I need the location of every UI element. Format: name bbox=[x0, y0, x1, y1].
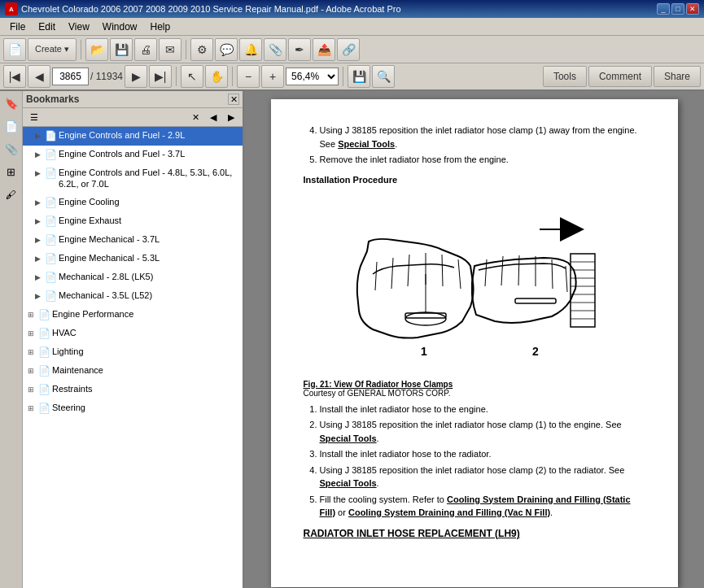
menu-file[interactable]: File bbox=[3, 20, 32, 34]
stamps-strip-icon[interactable]: 🖋 bbox=[2, 185, 20, 203]
bookmark-hvac[interactable]: ⊞ 📄 HVAC bbox=[23, 324, 243, 343]
expand-icon-perf[interactable]: ⊞ bbox=[26, 307, 36, 322]
nav-sep-3 bbox=[343, 67, 343, 86]
bookmark-label-29: Engine Controls and Fuel - 2.9L bbox=[59, 128, 239, 142]
share2-button[interactable]: 🔗 bbox=[337, 38, 360, 61]
email-button[interactable]: ✉ bbox=[159, 38, 181, 61]
expand-icon-mech28[interactable]: ▶ bbox=[33, 270, 42, 285]
expand-icon-steering[interactable]: ⊞ bbox=[26, 401, 36, 416]
bookmark-mech-28[interactable]: ▶ 📄 Mechanical - 2.8L (LK5) bbox=[23, 268, 243, 287]
prev-page-button[interactable]: ◀ bbox=[28, 65, 50, 88]
share-button[interactable]: Share bbox=[654, 66, 701, 87]
last-page-button[interactable]: ▶| bbox=[149, 65, 172, 88]
window-controls[interactable]: _ □ ✕ bbox=[657, 3, 699, 15]
sign-button[interactable]: ✒ bbox=[288, 38, 311, 61]
bookmark-engine-controls-37[interactable]: ▶ 📄 Engine Controls and Fuel - 3.7L bbox=[23, 146, 243, 164]
save2-button[interactable]: 💾 bbox=[348, 65, 370, 88]
special-tools-link-3[interactable]: Special Tools bbox=[320, 478, 377, 488]
bookmark-engine-mech-37[interactable]: ▶ 📄 Engine Mechanical - 3.7L bbox=[23, 231, 243, 250]
bookmark-maintenance[interactable]: ⊞ 📄 Maintenance bbox=[23, 362, 243, 381]
bookmarks-close-button[interactable]: ✕ bbox=[228, 94, 239, 105]
maximize-button[interactable]: □ bbox=[671, 3, 684, 15]
menu-window[interactable]: Window bbox=[96, 20, 144, 34]
first-page-button[interactable]: |◀ bbox=[3, 65, 26, 88]
bookmarks-strip-icon[interactable]: 🔖 bbox=[2, 94, 20, 112]
bookmark-engine-performance[interactable]: ⊞ 📄 Engine Performance bbox=[23, 306, 243, 324]
bookmark-label-37: Engine Controls and Fuel - 3.7L bbox=[59, 147, 239, 160]
bookmarks-title: Bookmarks bbox=[26, 94, 79, 105]
comment-panel-button[interactable]: Comment bbox=[588, 66, 652, 87]
close-button[interactable]: ✕ bbox=[686, 3, 699, 15]
bookmark-engine-controls-48[interactable]: ▶ 📄 Engine Controls and Fuel - 4.8L, 5.3… bbox=[23, 164, 243, 194]
bookmark-icon-mech35: 📄 bbox=[45, 290, 57, 302]
export-button[interactable]: 📤 bbox=[313, 38, 335, 61]
bookmark-steering[interactable]: ⊞ 📄 Steering bbox=[23, 399, 243, 418]
bookmark-icon-48: 📄 bbox=[45, 168, 57, 179]
settings-button[interactable]: ⚙ bbox=[190, 38, 213, 61]
new-button[interactable]: 📄 bbox=[3, 38, 26, 61]
expand-icon-maintenance[interactable]: ⊞ bbox=[26, 364, 36, 378]
bookmark-mech-35[interactable]: ▶ 📄 Mechanical - 3.5L (L52) bbox=[23, 287, 243, 306]
expand-icon-exhaust[interactable]: ▶ bbox=[33, 214, 42, 229]
bm-collapse-button[interactable]: ✕ bbox=[187, 110, 203, 124]
attach-button[interactable]: 📎 bbox=[264, 38, 286, 61]
menu-help[interactable]: Help bbox=[144, 20, 177, 34]
bookmarks-list[interactable]: ▶ 📄 Engine Controls and Fuel - 2.9L ▶ 📄 … bbox=[23, 127, 243, 588]
expand-icon-37[interactable]: ▶ bbox=[33, 147, 42, 162]
select-tool-button[interactable]: ↖ bbox=[181, 65, 203, 88]
bm-prev-button[interactable]: ◀ bbox=[205, 110, 221, 124]
bookmark-icon-exhaust: 📄 bbox=[45, 216, 57, 227]
bookmark-restraints[interactable]: ⊞ 📄 Restraints bbox=[23, 381, 243, 399]
hand-tool-button[interactable]: ✋ bbox=[205, 65, 228, 88]
search-button[interactable]: 🔍 bbox=[372, 65, 395, 88]
tools-button[interactable]: Tools bbox=[543, 66, 587, 87]
menu-edit[interactable]: Edit bbox=[32, 20, 62, 34]
layers-strip-icon[interactable]: ⊞ bbox=[2, 163, 20, 181]
bookmark-engine-exhaust[interactable]: ▶ 📄 Engine Exhaust bbox=[23, 212, 243, 231]
review-button[interactable]: 🔔 bbox=[239, 38, 262, 61]
save-button[interactable]: 💾 bbox=[110, 38, 133, 61]
expand-icon-restraints[interactable]: ⊞ bbox=[26, 382, 36, 397]
pdf-content-area[interactable]: Using J 38185 reposition the inlet radia… bbox=[244, 91, 704, 588]
expand-icon-29[interactable]: ▶ bbox=[33, 128, 42, 143]
open-button[interactable]: 📂 bbox=[85, 38, 108, 61]
comment-button[interactable]: 💬 bbox=[215, 38, 238, 61]
create-dropdown[interactable]: Create ▾ bbox=[28, 38, 77, 61]
attachments-strip-icon[interactable]: 📎 bbox=[2, 140, 20, 158]
zoom-out-button[interactable]: − bbox=[237, 65, 260, 88]
svg-rect-0 bbox=[344, 193, 605, 372]
bookmark-icon-cooling: 📄 bbox=[45, 197, 57, 208]
expand-icon-lighting[interactable]: ⊞ bbox=[26, 345, 36, 359]
nav-toolbar: |◀ ◀ / 11934 ▶ ▶| ↖ ✋ − + 56,4% 💾 🔍 Tool… bbox=[0, 63, 704, 91]
bm-menu-button[interactable]: ☰ bbox=[26, 110, 42, 124]
pre-install-steps: Using J 38185 reposition the inlet radia… bbox=[304, 124, 645, 167]
vac-fill-link[interactable]: Cooling System Draining and Filling (Vac… bbox=[348, 507, 550, 517]
bookmark-lighting[interactable]: ⊞ 📄 Lighting bbox=[23, 343, 243, 362]
pages-strip-icon[interactable]: 📄 bbox=[2, 117, 20, 135]
zoom-select[interactable]: 56,4% bbox=[286, 68, 339, 85]
menu-bar: File Edit View Window Help bbox=[0, 18, 704, 36]
special-tools-link-1[interactable]: Special Tools bbox=[338, 139, 395, 149]
expand-icon-mech35[interactable]: ▶ bbox=[33, 289, 42, 303]
svg-text:2: 2 bbox=[532, 345, 539, 358]
bookmark-engine-mech-53[interactable]: ▶ 📄 Engine Mechanical - 5.3L bbox=[23, 250, 243, 268]
zoom-in-button[interactable]: + bbox=[261, 65, 284, 88]
bookmark-engine-cooling[interactable]: ▶ 📄 Engine Cooling bbox=[23, 194, 243, 212]
expand-icon-hvac[interactable]: ⊞ bbox=[26, 326, 36, 341]
expand-icon-mech37[interactable]: ▶ bbox=[33, 233, 42, 247]
minimize-button[interactable]: _ bbox=[657, 3, 670, 15]
title-bar: A Chevrolet Colorado 2006 2007 2008 2009… bbox=[0, 0, 704, 18]
special-tools-link-2[interactable]: Special Tools bbox=[320, 433, 377, 443]
menu-view[interactable]: View bbox=[62, 20, 96, 34]
bookmark-label-48: Engine Controls and Fuel - 4.8L, 5.3L, 6… bbox=[59, 166, 239, 191]
bookmark-engine-controls-29[interactable]: ▶ 📄 Engine Controls and Fuel - 2.9L bbox=[23, 127, 243, 146]
bm-next-button[interactable]: ▶ bbox=[223, 110, 239, 124]
expand-icon-cooling[interactable]: ▶ bbox=[33, 195, 42, 210]
expand-icon-mech53[interactable]: ▶ bbox=[33, 251, 42, 266]
next-page-button[interactable]: ▶ bbox=[125, 65, 147, 88]
bookmark-icon-mech37: 📄 bbox=[45, 234, 57, 246]
print-button[interactable]: 🖨 bbox=[134, 38, 157, 61]
page-number-input[interactable] bbox=[52, 68, 89, 85]
diagram-caption: Fig. 21: View Of Radiator Hose Clamps Co… bbox=[304, 380, 645, 398]
expand-icon-48[interactable]: ▶ bbox=[33, 166, 42, 181]
